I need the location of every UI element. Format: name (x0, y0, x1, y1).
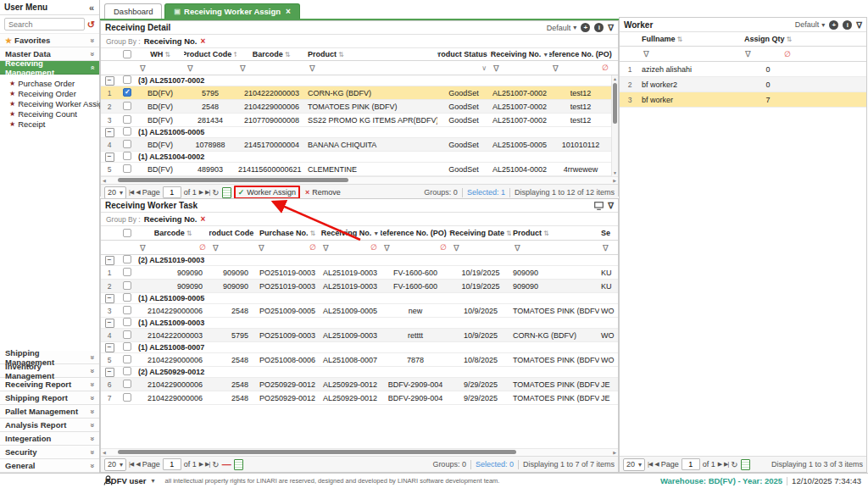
column-header-assign-qty[interactable]: Assign Qty⇅ (742, 35, 794, 43)
table-row[interactable]: 2BD(FV)25482104229000006TOMATOES PINK (B… (101, 100, 618, 114)
info-circle-icon[interactable]: i (843, 20, 852, 30)
funnel-icon[interactable]: ∇ (643, 49, 649, 58)
sidebar-section-receiving-management[interactable]: Receiving Management » (0, 61, 99, 75)
funnel-icon[interactable]: ∇ (323, 243, 329, 252)
table-row[interactable]: 321042290000062548PO251009-0005AL251009-… (101, 304, 618, 318)
sidebar-item-purchase-order[interactable]: ★Purchase Order (0, 78, 99, 88)
funnel-icon[interactable]: ∇ (309, 64, 315, 73)
scroll-up-icon[interactable]: ▲ (613, 76, 617, 81)
row-checkbox[interactable] (118, 88, 136, 98)
tab-dashboard[interactable]: Dashboard (104, 3, 162, 19)
funnel-icon[interactable]: ∇ (140, 243, 146, 252)
filter-assign-qty[interactable]: ∇∅ (742, 49, 794, 58)
filter-receiving-no[interactable]: ∇∅ (320, 243, 381, 252)
filter-product-code[interactable]: ∇ (209, 243, 255, 252)
group-row[interactable]: −(2) AL250929-0012 (101, 367, 618, 378)
add-circle-icon[interactable]: + (829, 20, 838, 30)
sidebar-item-receiving-count[interactable]: ★Receiving Count (0, 108, 99, 119)
next-page-icon[interactable]: ▶ (718, 461, 721, 468)
filter-receiving-date[interactable]: ∇ (450, 243, 511, 252)
table-row[interactable]: 3BD(FV)2814342107709000008SS22 PROMO KG … (101, 114, 618, 127)
collapse-group-icon[interactable]: − (105, 256, 114, 265)
row-checkbox[interactable] (118, 268, 136, 278)
page-input[interactable] (682, 458, 700, 470)
column-header-barcode[interactable]: Barcode⇅ (236, 50, 306, 58)
vertical-scrollbar[interactable]: ▲▼ (611, 75, 618, 176)
clear-filter-icon[interactable]: ∅ (199, 243, 206, 252)
funnel-icon[interactable]: ∇ (603, 243, 609, 252)
scroll-left-icon[interactable]: ◀ (103, 449, 106, 456)
table-row[interactable]: 2909090909090PO251019-0003AL251019-0003F… (101, 280, 618, 293)
clear-filter-icon[interactable]: ∅ (370, 243, 377, 252)
sidebar-section-pallet-management[interactable]: Pallet Management» (0, 405, 99, 419)
scroll-left-icon[interactable]: ◀ (103, 177, 106, 184)
excel-export-icon[interactable] (234, 459, 243, 470)
funnel-icon[interactable]: ∇ (553, 64, 559, 73)
excel-export-icon[interactable] (222, 187, 231, 198)
info-circle-icon[interactable]: i (594, 23, 604, 32)
group-checkbox[interactable] (123, 342, 131, 351)
group-row[interactable]: −(1) AL251005-0005 (101, 127, 618, 138)
table-row[interactable]: 4BD(FV)10789882145170000004BANANA CHIQUI… (101, 138, 618, 152)
sidebar-section-general[interactable]: General» (0, 459, 99, 473)
filter-product-status[interactable]: ∨ (437, 64, 490, 72)
sidebar-section-shipping-report[interactable]: Shipping Report» (0, 391, 99, 405)
clear-filter-icon[interactable]: ∅ (784, 50, 791, 58)
first-page-icon[interactable]: |◀ (129, 461, 133, 468)
group-checkbox[interactable] (123, 152, 131, 160)
select-all-checkbox[interactable] (118, 50, 136, 58)
refresh-icon[interactable]: ↻ (731, 460, 737, 469)
row-checkbox[interactable] (118, 140, 136, 150)
table-row[interactable]: 721042290000062548PO250929-0012AL250929-… (101, 391, 618, 405)
table-row[interactable]: 1azizeh alishahi0 (620, 62, 866, 77)
column-header-product-code[interactable]: Product Code⇅ (184, 50, 236, 58)
select-filter-icon[interactable]: ∨ (481, 64, 487, 72)
group-checkbox[interactable] (123, 318, 131, 326)
filter-product[interactable]: ∇ (306, 64, 437, 73)
sidebar-item-receipt[interactable]: ★Receipt (0, 119, 99, 129)
filter-fullname[interactable]: ∇ (640, 49, 742, 58)
filter-icon[interactable]: ∇ (608, 201, 614, 210)
column-header-reference-no-po[interactable]: Reference No. (PO)⇅ (381, 229, 450, 237)
funnel-icon[interactable]: ∇ (515, 243, 520, 252)
scrollbar-thumb[interactable] (118, 178, 348, 182)
group-row[interactable]: −(1) AL251008-0007 (101, 342, 618, 353)
worker-assign-button[interactable]: ✓ Worker Assign (234, 186, 300, 199)
column-header-fullname[interactable]: Fullname⇅ (640, 35, 742, 43)
sidebar-section-integeration[interactable]: Integeration» (0, 432, 99, 446)
column-header-receiving-no[interactable]: Receiving No.▼ (320, 229, 381, 237)
tab-receiving-worker-assign[interactable]: ▣ Receiving Worker Assign × (164, 3, 299, 19)
table-row[interactable]: 3bf worker7 (620, 92, 866, 108)
table-row[interactable]: 1BD(FV)57952104222000003CORN-KG (BDFV)Go… (101, 86, 618, 100)
page-input[interactable] (163, 186, 181, 198)
collapse-group-icon[interactable]: − (105, 294, 114, 303)
prev-page-icon[interactable]: ◀ (654, 461, 658, 468)
table-row[interactable]: 1909090909090PO251019-0003AL251019-0003F… (101, 266, 618, 280)
row-checkbox[interactable] (118, 306, 136, 316)
remove-grouping-icon[interactable]: × (200, 214, 205, 224)
prev-page-icon[interactable]: ◀ (136, 189, 139, 196)
column-header-product[interactable]: Product⇅ (511, 229, 599, 237)
last-page-icon[interactable]: ▶| (724, 461, 728, 468)
group-row[interactable]: −(2) AL251019-0003 (101, 255, 618, 266)
group-row[interactable]: −(1) AL251004-0002 (101, 152, 618, 163)
row-checkbox[interactable] (118, 330, 136, 341)
page-size-select[interactable]: 20 ▾ (623, 458, 645, 471)
search-action-icon[interactable]: ↺ (87, 20, 95, 29)
next-page-icon[interactable]: ▶ (199, 461, 203, 468)
first-page-icon[interactable]: |◀ (129, 189, 133, 196)
horizontal-scrollbar[interactable]: ◀ ▶ (101, 176, 618, 184)
collapse-group-icon[interactable]: − (105, 128, 114, 137)
clear-filter-icon[interactable]: ∅ (309, 243, 316, 252)
select-all-checkbox[interactable] (118, 229, 136, 237)
group-row[interactable]: −(3) AL251007-0002 (101, 75, 618, 86)
sidebar-item-receiving-order[interactable]: ★Receiving Order (0, 88, 99, 98)
filter-barcode[interactable]: ∇∅ (136, 243, 209, 252)
chevron-down-icon[interactable]: ▾ (152, 477, 155, 485)
row-checkbox[interactable] (118, 380, 136, 390)
remove-row-icon[interactable]: — (222, 459, 231, 469)
filter-product[interactable]: ∇ (511, 243, 599, 252)
refresh-icon[interactable]: ↻ (212, 188, 219, 197)
funnel-icon[interactable]: ∇ (187, 64, 193, 73)
column-header-product-status[interactable]: Product Status⇅ (437, 50, 490, 58)
